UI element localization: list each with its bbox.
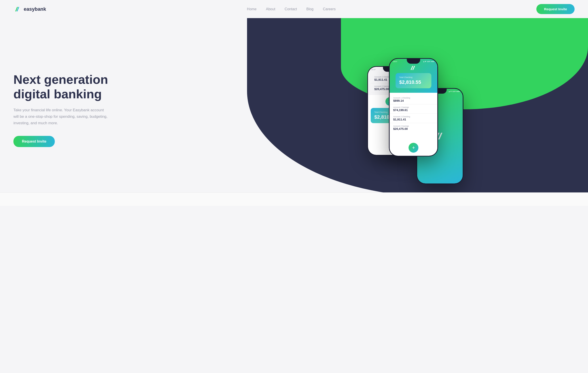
nav-careers[interactable]: Careers (323, 7, 336, 11)
phone-account-list: Account 1 Checking $899.14 Account 2 Sav… (390, 93, 438, 156)
phone-notch-main (407, 59, 420, 64)
logo[interactable]: easybank (13, 5, 46, 13)
account-name-3: Account 2 Checking (393, 115, 434, 118)
total-checking-label: Total Checking (399, 76, 428, 78)
bottom-strip (0, 192, 588, 206)
phone-total-card-main: Total Checking $2,810.55 (396, 73, 431, 88)
hero-title: Next generation digital banking (13, 73, 130, 101)
phone-main: 18:07 ▲▼ WiFi ●●● Total Checking $2,810.… (389, 58, 438, 156)
phone-account-row-3: Account 2 Checking $1,911.41 (390, 114, 438, 123)
account-name-2: Account 2 Savings (393, 106, 434, 108)
total-checking-amount: $2,810.55 (399, 79, 428, 85)
phone-fab-main[interactable]: + (409, 143, 419, 153)
phone-time-main: 18:07 (393, 61, 397, 62)
account-name-1: Account 1 Checking (393, 97, 434, 99)
nav-links: Home About Contact Blog Careers (247, 7, 336, 11)
logo-icon (13, 5, 21, 13)
phone-mockups: 18:07 ▲▼ WiFi ●●● Account 2 Checking $1,… (247, 18, 588, 192)
phone-account-row-4: Account 2 Savings $20,475.00 (390, 123, 438, 132)
nav-contact[interactable]: Contact (285, 7, 297, 11)
hero-description: Take your financial life online. Your Ea… (13, 107, 110, 126)
hero-content: Next generation digital banking Take you… (13, 63, 130, 147)
nav-cta-button[interactable]: Request Invite (536, 4, 575, 14)
hero-cta-button[interactable]: Request Invite (13, 136, 55, 147)
phone-account-row-2: Account 2 Savings $74,199.61 (390, 104, 438, 114)
hero-section: Next generation digital banking Take you… (0, 18, 588, 192)
logo-text: easybank (24, 6, 46, 12)
account-name-4: Account 2 Savings (393, 125, 434, 127)
phone-header-main: Total Checking $2,810.55 (390, 59, 438, 93)
phone-account-row-1: Account 1 Checking $899.14 (390, 95, 438, 104)
account-amount-2: $74,199.61 (393, 108, 434, 112)
account-amount-1: $899.14 (393, 99, 434, 102)
nav-about[interactable]: About (266, 7, 275, 11)
account-amount-4: $20,475.00 (393, 127, 434, 131)
navbar: easybank Home About Contact Blog Careers… (0, 0, 588, 18)
phone-logo (410, 65, 417, 71)
account-amount-3: $1,911.41 (393, 118, 434, 121)
nav-blog[interactable]: Blog (306, 7, 314, 11)
nav-home[interactable]: Home (247, 7, 257, 11)
